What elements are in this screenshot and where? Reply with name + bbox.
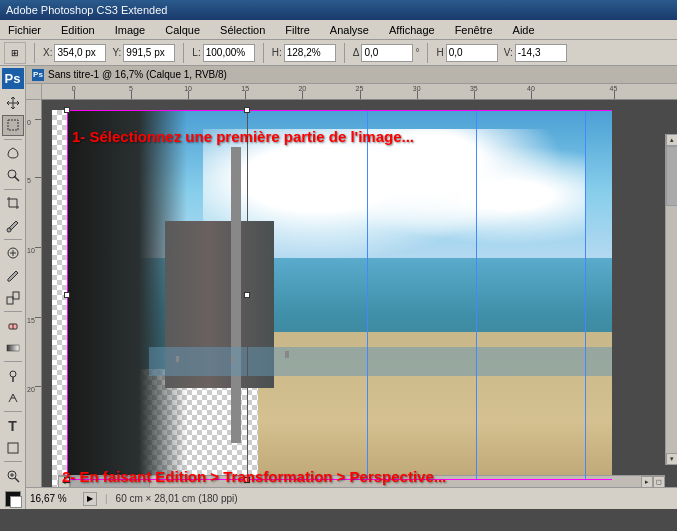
svg-line-16 bbox=[15, 478, 19, 482]
vscroll-track[interactable] bbox=[666, 146, 677, 453]
hskew-label: H bbox=[436, 47, 443, 58]
status-dimensions: 60 cm × 28,01 cm (180 ppi) bbox=[116, 493, 238, 504]
tool-zoom[interactable] bbox=[2, 465, 24, 486]
tool-eraser[interactable] bbox=[2, 315, 24, 336]
l-control: L: bbox=[192, 44, 254, 62]
ps-logo: Ps bbox=[2, 68, 24, 89]
x-label: X: bbox=[43, 47, 52, 58]
status-bar: 16,67 % ▶ | 60 cm × 28,01 cm (180 ppi) bbox=[26, 487, 677, 509]
boat1 bbox=[176, 356, 179, 362]
x-input[interactable] bbox=[54, 44, 106, 62]
hskew-input[interactable] bbox=[446, 44, 498, 62]
guide-v3 bbox=[585, 110, 586, 480]
options-sep-5 bbox=[427, 43, 428, 63]
background-color[interactable] bbox=[10, 496, 22, 508]
tool-gradient[interactable] bbox=[2, 337, 24, 358]
photo-area bbox=[67, 110, 612, 480]
tool-eyedropper[interactable] bbox=[2, 215, 24, 236]
guide-v1 bbox=[367, 110, 368, 480]
h-input[interactable] bbox=[284, 44, 336, 62]
tool-preset-btn[interactable]: ⊞ bbox=[4, 42, 26, 64]
status-sep: | bbox=[105, 493, 108, 504]
handle-tm[interactable] bbox=[244, 107, 250, 113]
l-input[interactable] bbox=[203, 44, 255, 62]
tool-sep-1 bbox=[4, 139, 22, 140]
canvas-area[interactable]: Ps Sans titre-1 @ 16,7% (Calque 1, RVB/8… bbox=[26, 66, 677, 509]
v-label: V: bbox=[504, 47, 513, 58]
tool-sep-3 bbox=[4, 239, 22, 240]
water-shore bbox=[149, 347, 612, 377]
y-input[interactable] bbox=[123, 44, 175, 62]
boat3 bbox=[285, 351, 289, 358]
vscroll-thumb[interactable] bbox=[666, 146, 677, 206]
options-sep-4 bbox=[344, 43, 345, 63]
x-control: X: bbox=[43, 44, 106, 62]
canvas-viewport[interactable]: 1- Sélectionnez une première partie de l… bbox=[42, 100, 677, 487]
menu-fenetre[interactable]: Fenêtre bbox=[451, 23, 497, 37]
tool-magic-wand[interactable] bbox=[2, 165, 24, 186]
status-nav-btn[interactable]: ▶ bbox=[83, 492, 97, 506]
sel-line-h-top bbox=[67, 110, 612, 111]
main-layout: Ps bbox=[0, 66, 677, 509]
doc-tab-title: Sans titre-1 @ 16,7% (Calque 1, RVB/8) bbox=[48, 69, 227, 80]
tool-clone[interactable] bbox=[2, 287, 24, 308]
handle-ml[interactable] bbox=[64, 292, 70, 298]
tool-sep-6 bbox=[4, 411, 22, 412]
vscroll-down[interactable]: ▾ bbox=[666, 453, 677, 465]
svg-rect-8 bbox=[13, 292, 19, 299]
hscroll-right[interactable]: ▸ bbox=[641, 476, 653, 487]
menu-analyse[interactable]: Analyse bbox=[326, 23, 373, 37]
menu-image[interactable]: Image bbox=[111, 23, 150, 37]
tool-crop[interactable] bbox=[2, 193, 24, 214]
handle-mr[interactable] bbox=[244, 292, 250, 298]
ruler-corner bbox=[26, 84, 42, 100]
tool-dodge[interactable] bbox=[2, 365, 24, 386]
status-zoom: 16,67 % bbox=[30, 493, 75, 504]
tool-move[interactable] bbox=[2, 93, 24, 114]
guide-v2 bbox=[476, 110, 477, 480]
tool-shape[interactable] bbox=[2, 437, 24, 458]
tool-sep-7 bbox=[4, 461, 22, 462]
vscroll-up[interactable]: ▴ bbox=[666, 134, 677, 146]
doc-tab-icon: Ps bbox=[32, 69, 44, 81]
svg-rect-11 bbox=[7, 345, 19, 351]
text-icon: T bbox=[8, 418, 17, 434]
tool-brush[interactable] bbox=[2, 265, 24, 286]
angle-label: Δ bbox=[353, 47, 360, 58]
handle-tl[interactable] bbox=[64, 107, 70, 113]
svg-point-12 bbox=[10, 371, 16, 377]
y-label: Y: bbox=[112, 47, 121, 58]
menu-fichier[interactable]: Fichier bbox=[4, 23, 45, 37]
tool-pen[interactable] bbox=[2, 387, 24, 408]
overlay-text-2: 2- En faisant Edition > Transformation >… bbox=[62, 468, 446, 485]
svg-rect-7 bbox=[7, 297, 13, 304]
tool-sep-2 bbox=[4, 189, 22, 190]
menu-edition[interactable]: Edition bbox=[57, 23, 99, 37]
overlay-text-1: 1- Sélectionnez une première partie de l… bbox=[72, 128, 414, 145]
foreground-color[interactable] bbox=[5, 491, 21, 507]
svg-rect-14 bbox=[8, 443, 18, 453]
menu-calque[interactable]: Calque bbox=[161, 23, 204, 37]
h-control: H: bbox=[272, 44, 336, 62]
ruler-horizontal: 0 5 10 15 20 25 30 35 40 45 bbox=[42, 84, 677, 100]
tool-marquee[interactable] bbox=[2, 115, 24, 136]
menu-selection[interactable]: Sélection bbox=[216, 23, 269, 37]
v-input[interactable] bbox=[515, 44, 567, 62]
doc-tab: Ps Sans titre-1 @ 16,7% (Calque 1, RVB/8… bbox=[26, 66, 677, 84]
tool-lasso[interactable] bbox=[2, 143, 24, 164]
svg-point-2 bbox=[8, 170, 16, 178]
l-label: L: bbox=[192, 47, 200, 58]
vscroll[interactable]: ▴ ▾ bbox=[665, 134, 677, 465]
menu-affichage[interactable]: Affichage bbox=[385, 23, 439, 37]
options-sep-3 bbox=[263, 43, 264, 63]
toolbox: Ps bbox=[0, 66, 26, 509]
menu-filtre[interactable]: Filtre bbox=[281, 23, 313, 37]
menu-aide[interactable]: Aide bbox=[509, 23, 539, 37]
angle-control: Δ ° bbox=[353, 44, 420, 62]
hscroll-corner: ◻ bbox=[653, 476, 665, 487]
hskew-control: H bbox=[436, 44, 497, 62]
angle-input[interactable] bbox=[361, 44, 413, 62]
tool-text[interactable]: T bbox=[2, 415, 24, 436]
tool-heal[interactable] bbox=[2, 243, 24, 264]
options-sep-1 bbox=[34, 43, 35, 63]
